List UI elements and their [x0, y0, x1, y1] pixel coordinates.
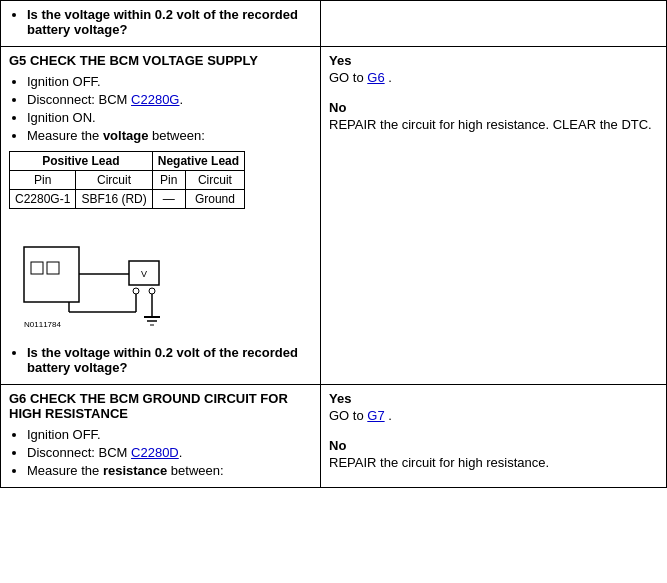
g5-diagram-area: V N0111784 [9, 217, 312, 337]
g5-yes-answer: GO to G6 . [329, 70, 658, 85]
g5-pin-table: Positive Lead Negative Lead Pin Circuit … [9, 151, 245, 209]
g5-step-4: Measure the voltage between: [27, 128, 312, 143]
top-question-right [321, 1, 667, 47]
g5-header: G5 CHECK THE BCM VOLTAGE SUPPLY [9, 53, 312, 68]
g5-no-answer: REPAIR the circuit for high resistance. … [329, 117, 658, 132]
positive-lead-header: Positive Lead [10, 152, 153, 171]
main-content-table: Is the voltage within 0.2 volt of the re… [0, 0, 667, 488]
g6-steps-list: Ignition OFF. Disconnect: BCM C2280D. Me… [9, 427, 312, 478]
g5-table-header-row2: Pin Circuit Pin Circuit [10, 171, 245, 190]
g6-no-answer: REPAIR the circuit for high resistance. [329, 455, 658, 470]
g6-step-3: Measure the resistance between: [27, 463, 312, 478]
g5-footer-list: Is the voltage within 0.2 volt of the re… [9, 345, 312, 375]
svg-rect-1 [31, 262, 43, 274]
svg-text:V: V [141, 269, 147, 279]
svg-text:N0111784: N0111784 [24, 320, 61, 329]
g6-left-cell: G6 CHECK THE BCM GROUND CIRCUIT FOR HIGH… [1, 385, 321, 488]
top-question-row: Is the voltage within 0.2 volt of the re… [1, 1, 667, 47]
is-voltage-question-top: Is the voltage within 0.2 volt of the re… [27, 7, 298, 37]
g5-right-cell: Yes GO to G6 . No REPAIR the circuit for… [321, 47, 667, 385]
g5-voltage-bold: voltage [103, 128, 149, 143]
svg-rect-2 [47, 262, 59, 274]
g5-circuit1-val: SBF16 (RD) [76, 190, 152, 209]
g5-pin1-val: C2280G-1 [10, 190, 76, 209]
g5-diagram-svg: V N0111784 [9, 217, 209, 337]
negative-lead-header: Negative Lead [152, 152, 244, 171]
g5-step-3: Ignition ON. [27, 110, 312, 125]
g6-step-2: Disconnect: BCM C2280D. [27, 445, 312, 460]
g5-step-1: Ignition OFF. [27, 74, 312, 89]
top-question-item: Is the voltage within 0.2 volt of the re… [27, 7, 312, 37]
g6-row: G6 CHECK THE BCM GROUND CIRCUIT FOR HIGH… [1, 385, 667, 488]
g5-pin2-val: — [152, 190, 185, 209]
g5-th-pin2: Pin [152, 171, 185, 190]
g5-c2280g-link[interactable]: C2280G [131, 92, 179, 107]
g5-table-header-row1: Positive Lead Negative Lead [10, 152, 245, 171]
g5-step-2: Disconnect: BCM C2280G. [27, 92, 312, 107]
g6-c2280d-link[interactable]: C2280D [131, 445, 179, 460]
g5-row: G5 CHECK THE BCM VOLTAGE SUPPLY Ignition… [1, 47, 667, 385]
g5-footer-question: Is the voltage within 0.2 volt of the re… [27, 345, 312, 375]
g6-resistance-bold: resistance [103, 463, 167, 478]
g5-left-cell: G5 CHECK THE BCM VOLTAGE SUPPLY Ignition… [1, 47, 321, 385]
g6-yes-label: Yes [329, 391, 658, 406]
g5-steps-list: Ignition OFF. Disconnect: BCM C2280G. Ig… [9, 74, 312, 143]
g6-g7-link[interactable]: G7 [367, 408, 384, 423]
g5-table-data-row: C2280G-1 SBF16 (RD) — Ground [10, 190, 245, 209]
svg-point-6 [133, 288, 139, 294]
g5-question-bold: Is the voltage within 0.2 volt of the re… [27, 345, 298, 375]
svg-point-7 [149, 288, 155, 294]
g6-no-label: No [329, 438, 658, 453]
g5-yes-label: Yes [329, 53, 658, 68]
top-question-left: Is the voltage within 0.2 volt of the re… [1, 1, 321, 47]
g6-step-1: Ignition OFF. [27, 427, 312, 442]
g5-circuit2-val: Ground [185, 190, 244, 209]
g6-yes-answer: GO to G7 . [329, 408, 658, 423]
g6-right-cell: Yes GO to G7 . No REPAIR the circuit for… [321, 385, 667, 488]
g5-th-circuit2: Circuit [185, 171, 244, 190]
g5-th-circuit1: Circuit [76, 171, 152, 190]
g5-no-label: No [329, 100, 658, 115]
g5-g6-link[interactable]: G6 [367, 70, 384, 85]
g6-header: G6 CHECK THE BCM GROUND CIRCUIT FOR HIGH… [9, 391, 312, 421]
g5-th-pin1: Pin [10, 171, 76, 190]
